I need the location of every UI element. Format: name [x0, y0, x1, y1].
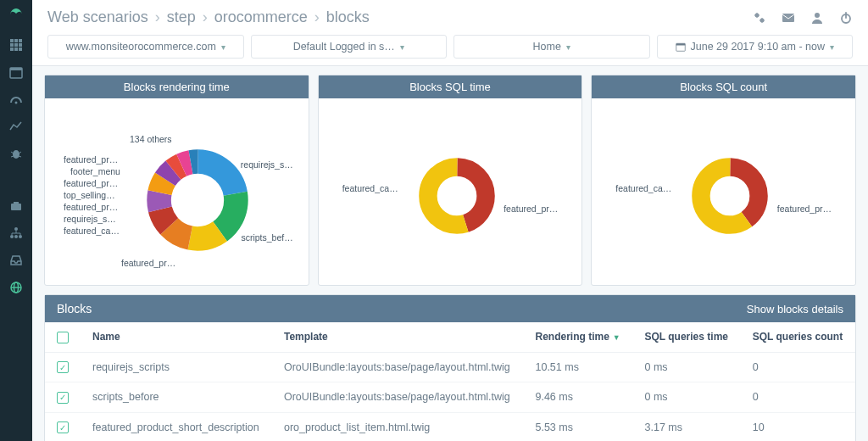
content-area: Blocks rendering time: [32, 66, 868, 441]
bug-icon[interactable]: [8, 146, 24, 161]
cell-template: OroUIBundle:layouts:base/page/layout.htm…: [272, 382, 524, 413]
cell-sql-time: 3.17 ms: [633, 412, 741, 441]
chevron-down-icon: ▾: [400, 42, 404, 52]
col-sql-count[interactable]: SQL queries count: [741, 322, 855, 352]
cell-sql-count: 0: [741, 352, 855, 382]
site-filter[interactable]: www.monsiteorocommerce.com ▾: [47, 35, 244, 59]
svg-point-40: [175, 178, 219, 221]
svg-rect-1: [14, 39, 18, 42]
breadcrumb-separator: ›: [155, 8, 160, 26]
sitemap-icon[interactable]: [8, 226, 24, 241]
svg-point-12: [13, 150, 19, 159]
table-row[interactable]: ✓requirejs_scriptsOroUIBundle:layouts:ba…: [45, 352, 855, 382]
breadcrumb-separator: ›: [203, 8, 208, 26]
breadcrumb-item[interactable]: step: [167, 8, 196, 26]
user-icon[interactable]: [810, 11, 824, 25]
table-row[interactable]: ✓scripts_beforeOroUIBundle:layouts:base/…: [45, 382, 855, 413]
daterange-filter[interactable]: June 29 2017 9:10 am - now ▾: [657, 35, 854, 59]
slice-label: 134 others: [130, 134, 172, 144]
cell-render: 5.53 ms: [523, 412, 632, 441]
chart-icon[interactable]: [8, 119, 24, 134]
filter-label: Home: [533, 41, 561, 53]
breadcrumb: Web scenarios › step › orocommerce › blo…: [47, 8, 370, 26]
chevron-down-icon: ▾: [830, 42, 834, 52]
svg-rect-4: [14, 43, 18, 47]
calendar-icon: [676, 42, 686, 52]
chart-panels: Blocks rendering time: [44, 75, 856, 286]
slice-label: featured_ca…: [615, 183, 671, 193]
panel-header: Blocks SQL time: [319, 75, 582, 98]
slice-label: featured_ca…: [64, 226, 120, 236]
cell-template: oro_product_list_item.html.twig: [272, 412, 524, 441]
table-row[interactable]: ✓featured_product_short_descriptionoro_p…: [45, 412, 855, 441]
svg-rect-2: [19, 39, 22, 42]
col-rendering-time[interactable]: Rendering time▼: [523, 322, 632, 352]
power-icon[interactable]: [839, 11, 853, 25]
mail-icon[interactable]: [782, 11, 795, 25]
slice-label: featured_pr…: [121, 258, 175, 268]
svg-point-46: [714, 180, 747, 213]
svg-point-18: [19, 235, 22, 238]
cell-sql-time: 0 ms: [633, 352, 741, 382]
panel-header: Blocks rendering time: [45, 75, 309, 98]
row-checkbox[interactable]: ✓: [57, 421, 69, 433]
svg-point-24: [815, 13, 820, 18]
calendar-icon[interactable]: [8, 64, 24, 80]
cell-sql-count: 0: [741, 382, 855, 413]
sql-time-donut-chart: featured_ca… featured_pr…: [319, 98, 582, 285]
slice-label: featured_pr…: [64, 178, 118, 188]
gauge-icon[interactable]: [8, 92, 24, 107]
top-actions: [753, 11, 853, 25]
sql-count-donut-chart: featured_ca… featured_pr…: [592, 98, 855, 285]
col-template[interactable]: Template: [272, 322, 524, 352]
settings-icon[interactable]: [753, 11, 766, 25]
row-checkbox[interactable]: ✓: [57, 392, 69, 404]
svg-point-22: [760, 18, 765, 22]
filter-label: June 29 2017 9:10 am - now: [691, 41, 825, 53]
chevron-down-icon: ▾: [566, 42, 570, 52]
chevron-down-icon: ▾: [221, 42, 225, 52]
svg-rect-10: [10, 68, 22, 70]
cell-template: OroUIBundle:layouts:base/page/layout.htm…: [272, 352, 524, 382]
svg-point-15: [14, 227, 18, 231]
col-sql-time[interactable]: SQL queries time: [633, 322, 741, 352]
row-checkbox[interactable]: ✓: [57, 361, 69, 373]
slice-label: featured_pr…: [64, 154, 118, 165]
page-filter[interactable]: Home ▾: [453, 35, 650, 59]
select-all-checkbox[interactable]: ✓: [57, 332, 69, 343]
svg-rect-6: [10, 47, 14, 51]
breadcrumb-item[interactable]: orocommerce: [214, 8, 308, 26]
svg-point-16: [10, 235, 14, 238]
inbox-icon[interactable]: [8, 253, 24, 268]
rendering-time-panel: Blocks rendering time: [44, 75, 309, 286]
sql-time-panel: Blocks SQL time featured_ca… featured_pr…: [318, 75, 583, 286]
cell-render: 10.51 ms: [523, 352, 632, 382]
slice-label: requirejs_s…: [64, 214, 116, 224]
briefcase-icon[interactable]: [8, 198, 24, 214]
svg-rect-7: [14, 47, 18, 51]
slice-label: featured_pr…: [504, 204, 558, 214]
breadcrumb-item[interactable]: blocks: [326, 8, 370, 26]
sort-desc-icon: ▼: [613, 333, 620, 342]
breadcrumb-item[interactable]: Web scenarios: [47, 8, 148, 26]
slice-label: top_selling…: [64, 190, 115, 200]
show-blocks-details-link[interactable]: Show blocks details: [747, 303, 843, 315]
sidebar: [0, 0, 32, 441]
main-content: Web scenarios › step › orocommerce › blo…: [32, 0, 868, 441]
topbar: Web scenarios › step › orocommerce › blo…: [32, 0, 868, 66]
rendering-donut-chart: requirejs_s… scripts_bef… featured_pr… f…: [45, 98, 309, 285]
svg-rect-14: [14, 202, 19, 204]
app-logo: [6, 5, 26, 25]
blocks-table: ✓ Name Template Rendering time▼ SQL quer…: [45, 322, 855, 441]
col-name[interactable]: Name: [81, 322, 272, 352]
slice-label: footer_menu: [70, 166, 120, 176]
globe-icon[interactable]: [8, 280, 24, 295]
user-filter[interactable]: Default Logged in s… ▾: [251, 35, 448, 59]
svg-rect-13: [11, 204, 21, 210]
svg-rect-3: [10, 43, 14, 47]
grid-icon[interactable]: [8, 37, 24, 53]
filter-label: www.monsiteorocommerce.com: [66, 41, 216, 53]
blocks-title: Blocks: [57, 302, 92, 315]
svg-point-11: [15, 102, 18, 104]
svg-point-21: [755, 13, 760, 17]
